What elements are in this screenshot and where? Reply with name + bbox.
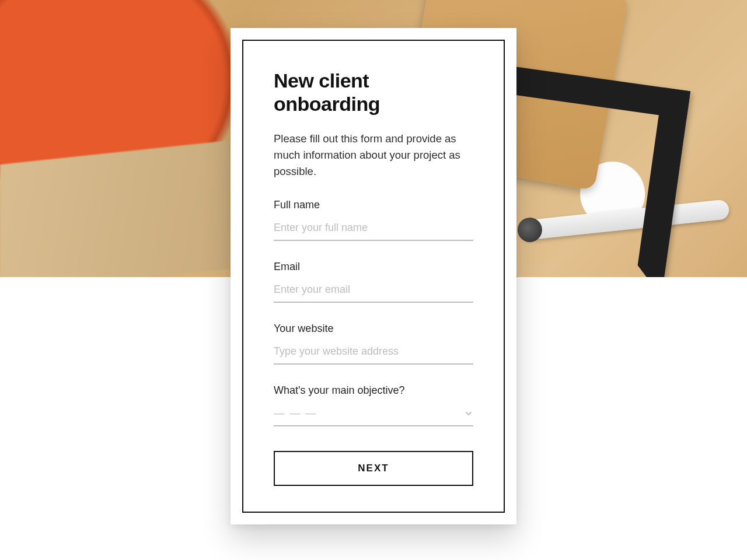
form-title: New client onboarding [274, 69, 473, 116]
objective-select[interactable]: — — — [274, 404, 473, 426]
field-email: Email [274, 261, 473, 303]
email-label: Email [274, 261, 473, 273]
full-name-label: Full name [274, 199, 473, 211]
field-website: Your website [274, 323, 473, 365]
form-card-inner: New client onboarding Please fill out th… [242, 40, 505, 513]
full-name-input[interactable] [274, 218, 473, 241]
form-description: Please fill out this form and provide as… [274, 131, 473, 179]
form-card: New client onboarding Please fill out th… [231, 28, 516, 524]
field-full-name: Full name [274, 199, 473, 241]
hero-pen [519, 199, 730, 240]
hero-floor [0, 139, 245, 277]
objective-placeholder: — — — [274, 407, 317, 419]
email-input[interactable] [274, 280, 473, 303]
next-button[interactable]: NEXT [274, 451, 473, 486]
website-input[interactable] [274, 342, 473, 365]
website-label: Your website [274, 323, 473, 335]
field-objective: What's your main objective? — — — [274, 384, 473, 426]
objective-label: What's your main objective? [274, 384, 473, 397]
chevron-down-icon [464, 409, 473, 418]
